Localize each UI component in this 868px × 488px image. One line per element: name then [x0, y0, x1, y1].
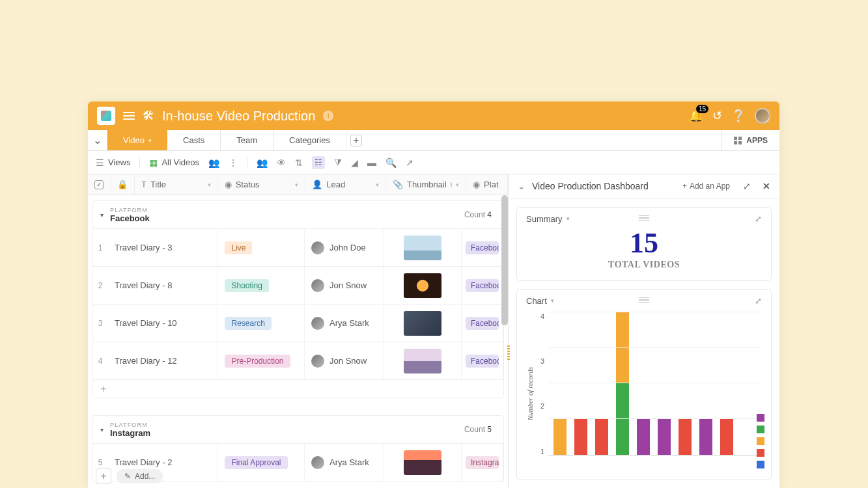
user-avatar[interactable]	[755, 108, 770, 124]
chart-title[interactable]: Chart	[526, 296, 547, 306]
tab-team[interactable]: Team	[221, 130, 273, 150]
app-logo[interactable]	[97, 107, 115, 125]
cell-thumbnail[interactable]	[384, 229, 462, 266]
close-icon[interactable]: ✕	[763, 181, 770, 191]
cell-platform[interactable]: Faceboo	[462, 342, 503, 379]
avatar	[311, 456, 324, 469]
drag-handle-icon[interactable]	[639, 215, 649, 221]
help-icon[interactable]: ❔	[731, 109, 746, 123]
table-row[interactable]: 2 Travel Diary - 8 Shooting Jon Snow Fac…	[92, 267, 504, 305]
export-icon[interactable]: ↗	[406, 157, 413, 168]
cell-platform[interactable]: Faceboo	[462, 267, 503, 304]
cell-title[interactable]: Travel Diary - 8	[108, 267, 218, 304]
group-header[interactable]: ▾ PLATFORMFacebook Count 4	[92, 200, 504, 229]
filter-icon[interactable]: ⧩	[334, 157, 342, 168]
cell-lead[interactable]: Jon Snow	[305, 267, 384, 304]
lock-column: 🔒	[111, 174, 135, 195]
expand-icon[interactable]: ⤢	[743, 181, 751, 191]
dashboard-title: Video Production Dashboard	[532, 181, 649, 191]
expand-card-icon[interactable]: ⤢	[755, 214, 762, 224]
chart-bar[interactable]	[637, 419, 650, 455]
cell-lead[interactable]: Jon Snow	[305, 342, 384, 379]
chart-bar[interactable]	[595, 419, 608, 455]
chart-bar[interactable]	[720, 419, 733, 455]
table-row[interactable]: 4 Travel Diary - 12 Pre-Production Jon S…	[92, 342, 504, 380]
chart-bar[interactable]	[679, 419, 692, 455]
cell-lead[interactable]: Arya Stark	[305, 444, 384, 481]
tools-icon: 🛠	[143, 109, 154, 123]
table-row[interactable]: 3 Travel Diary - 10 Research Arya Stark …	[92, 305, 504, 342]
group-header[interactable]: ▾ PLATFORMInstagram Count 5	[92, 415, 504, 444]
sort-icon[interactable]: ⇅	[295, 157, 303, 168]
cell-thumbnail[interactable]	[384, 342, 462, 379]
select-all-checkbox[interactable]: ✓	[88, 174, 111, 195]
cell-lead[interactable]: John Doe	[305, 229, 384, 266]
chevron-down-icon[interactable]: ▾	[100, 426, 104, 433]
more-icon[interactable]: ⋮	[229, 157, 238, 168]
hide-icon[interactable]: 👁	[277, 157, 286, 168]
chart-bar[interactable]	[658, 419, 671, 455]
add-app-button[interactable]: +Add an App	[682, 182, 730, 191]
tab-video[interactable]: Video▾	[107, 130, 167, 150]
summary-value: 15	[526, 226, 762, 260]
cell-status[interactable]: Final Approval	[218, 444, 305, 481]
cell-lead[interactable]: Arya Stark	[305, 305, 384, 342]
tab-casts[interactable]: Casts	[167, 130, 221, 150]
cell-status[interactable]: Shooting	[218, 267, 305, 304]
cell-status[interactable]: Research	[218, 305, 305, 342]
toolbar: ☰ Views ▦ All Videos 👥 ⋮ 👥 👁 ⇅ ☷ ⧩ ◢ ▬ 🔍…	[88, 151, 779, 174]
notifications-button[interactable]: 🔔 15	[689, 109, 703, 123]
cell-thumbnail[interactable]	[384, 267, 462, 304]
cell-status[interactable]: Pre-Production	[218, 342, 305, 379]
add-pill-button[interactable]: ✎Add...	[117, 469, 163, 483]
tab-categories[interactable]: Categories	[273, 130, 346, 150]
apps-button[interactable]: APPS	[721, 130, 779, 150]
apps-icon	[733, 136, 742, 145]
add-tab-button[interactable]: +	[346, 130, 366, 150]
chart-bar[interactable]	[553, 419, 567, 455]
resize-handle[interactable]	[506, 344, 511, 363]
table-area: ✓ 🔒 TTitle▾ ◉Status▾ 👤Lead▾ 📎Thumbnail▾ …	[88, 174, 508, 488]
expand-card-icon[interactable]: ⤢	[755, 296, 762, 306]
chart-bar[interactable]	[699, 419, 712, 455]
column-status[interactable]: ◉Status▾	[218, 174, 306, 195]
legend-swatch	[757, 414, 764, 422]
add-row-button[interactable]: +	[92, 380, 504, 398]
cell-thumbnail[interactable]	[384, 305, 462, 342]
cell-title[interactable]: Travel Diary - 12	[108, 342, 218, 379]
summary-title[interactable]: Summary	[526, 214, 563, 224]
cell-platform[interactable]: Faceboo	[462, 229, 503, 266]
column-thumbnail[interactable]: 📎Thumbnail▾	[386, 174, 466, 195]
menu-icon[interactable]	[123, 112, 135, 120]
info-icon[interactable]: i	[323, 111, 333, 121]
tab-chevron-down-icon[interactable]: ⌄	[88, 130, 107, 150]
column-title[interactable]: TTitle▾	[135, 174, 218, 195]
chart-bar[interactable]	[574, 419, 587, 455]
cell-status[interactable]: Live	[218, 229, 305, 266]
cell-platform[interactable]: Faceboo	[462, 305, 503, 342]
search-icon[interactable]: 🔍	[385, 157, 397, 168]
group-icon[interactable]: ☷	[312, 156, 325, 169]
view-name[interactable]: ▦ All Videos	[149, 157, 199, 168]
share-icon[interactable]: 👥	[257, 157, 268, 168]
cell-title[interactable]: Travel Diary - 10	[108, 305, 218, 342]
list-icon: ☰	[96, 157, 104, 168]
chevron-down-icon[interactable]: ⌄	[518, 181, 525, 191]
cell-title[interactable]: Travel Diary - 3	[108, 229, 218, 266]
chevron-down-icon[interactable]: ▾	[100, 211, 104, 219]
views-button[interactable]: ☰ Views	[96, 157, 130, 168]
drag-handle-icon[interactable]	[639, 297, 649, 303]
scrollbar[interactable]	[501, 195, 508, 325]
people-icon[interactable]: 👥	[208, 157, 219, 168]
avatar	[311, 241, 324, 254]
add-record-button[interactable]: +	[96, 468, 111, 484]
table-row[interactable]: 1 Travel Diary - 3 Live John Doe Faceboo	[92, 229, 504, 267]
cell-platform[interactable]: Instagra	[462, 444, 503, 481]
column-lead[interactable]: 👤Lead▾	[305, 174, 386, 195]
column-platform[interactable]: ◉Plat	[466, 174, 508, 195]
history-icon[interactable]: ↺	[712, 109, 722, 123]
row-height-icon[interactable]: ▬	[367, 157, 376, 168]
color-icon[interactable]: ◢	[351, 157, 358, 168]
footer-add: + ✎Add...	[92, 465, 167, 488]
cell-thumbnail[interactable]	[384, 444, 462, 481]
